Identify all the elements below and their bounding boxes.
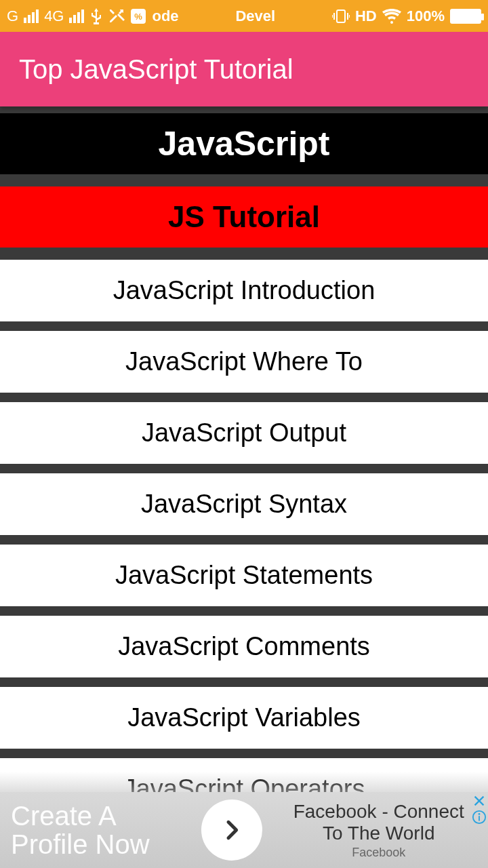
list-item[interactable]: JavaScript Comments [0,616,488,677]
svg-rect-2 [337,10,345,22]
signal-icon-2 [69,9,84,23]
battery-percent: 100% [407,7,445,25]
divider [0,248,488,260]
wifi-icon [382,9,401,24]
usb-icon [89,8,103,24]
ad-title-1: Facebook - Connect [274,801,483,823]
ad-right-text[interactable]: Facebook - Connect To The World Facebook [269,798,488,863]
ad-left-line1: Create A [11,802,184,830]
network-label: 4G [44,7,64,25]
app-bar: Top JavaScript Tutorial [0,32,488,106]
ad-title-2: To The World [274,823,483,844]
ad-play-button[interactable] [201,800,262,861]
content-list[interactable]: JavaScript JS Tutorial JavaScript Introd… [0,113,488,806]
ad-left-line2: Profile Now [11,830,184,859]
list-item[interactable]: JavaScript Where To [0,331,488,393]
info-icon[interactable] [472,810,487,825]
close-icon[interactable] [472,793,487,808]
carrier-label: G [7,7,18,25]
status-bar: G 4G % ode Devel HD 100% [0,0,488,32]
main-header: JavaScript [0,113,488,174]
status-left: G 4G % ode [7,7,179,25]
status-right: HD 100% [332,7,481,25]
hd-label: HD [355,7,377,25]
status-center: Devel [235,7,275,25]
divider [0,321,488,331]
list-item[interactable]: JavaScript Variables [0,687,488,749]
tools-icon [108,8,125,24]
ad-corner [470,792,488,826]
divider [0,174,488,186]
ad-subtitle: Facebook [274,846,483,860]
divider [0,606,488,616]
divider [0,464,488,473]
section-header: JS Tutorial [0,186,488,248]
list-item[interactable]: JavaScript Introduction [0,260,488,321]
chevron-right-icon [218,816,245,844]
divider [0,535,488,545]
page-title: Top JavaScript Tutorial [19,54,293,85]
ad-banner[interactable]: Create A Profile Now Facebook - Connect … [0,792,488,868]
svg-point-4 [479,813,481,815]
battery-icon [450,9,481,24]
app-icon: % [130,8,146,24]
divider [0,749,488,758]
vibrate-icon [332,9,350,24]
ad-left-text[interactable]: Create A Profile Now [0,797,195,863]
list-item[interactable]: JavaScript Statements [0,545,488,606]
svg-text:%: % [135,12,143,22]
signal-icon [24,9,39,23]
list-item[interactable]: JavaScript Syntax [0,473,488,535]
list-item[interactable]: JavaScript Output [0,402,488,464]
overlay-text: ode [152,7,178,25]
divider [0,677,488,687]
svg-rect-5 [479,816,480,821]
divider [0,393,488,402]
